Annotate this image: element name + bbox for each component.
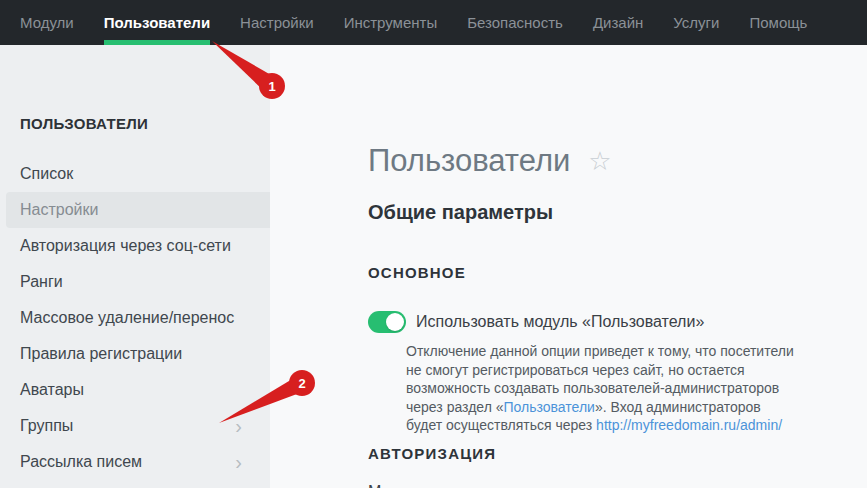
section-heading-basic: ОСНОВНОЕ bbox=[368, 264, 867, 281]
top-nav: Модули Пользователи Настройки Инструмент… bbox=[0, 0, 867, 45]
use-module-label: Использовать модуль «Пользователи» bbox=[416, 313, 704, 331]
sidebar-item-list[interactable]: Список bbox=[0, 156, 270, 192]
sidebar-item-ranks[interactable]: Ранги bbox=[0, 264, 270, 300]
sidebar: ПОЛЬЗОВАТЕЛИ Список Настройки Авторизаци… bbox=[0, 45, 270, 488]
nav-item-modules[interactable]: Модули bbox=[20, 0, 74, 45]
page-subtitle: Общие параметры bbox=[368, 200, 867, 224]
main-content: Пользователи ☆ Общие параметры ОСНОВНОЕ … bbox=[270, 45, 867, 488]
title-row: Пользователи ☆ bbox=[368, 142, 867, 180]
active-tab-underline bbox=[104, 40, 210, 45]
sidebar-item-social-auth[interactable]: Авторизация через соц-сети bbox=[0, 228, 270, 264]
nav-item-help[interactable]: Помощь bbox=[749, 0, 807, 45]
use-module-row: Использовать модуль «Пользователи» bbox=[368, 311, 867, 333]
page-title: Пользователи bbox=[368, 142, 570, 180]
sidebar-item-groups-label: Группы bbox=[20, 417, 73, 435]
sidebar-item-settings[interactable]: Настройки bbox=[6, 192, 270, 228]
toggle-knob bbox=[386, 313, 404, 331]
nav-item-services[interactable]: Услуги bbox=[673, 0, 719, 45]
nav-item-security[interactable]: Безопасность bbox=[467, 0, 563, 45]
users-section-link[interactable]: Пользователи bbox=[504, 399, 595, 415]
admin-url-link[interactable]: http://myfreedomain.ru/admin/ bbox=[596, 417, 782, 433]
app-body: ПОЛЬЗОВАТЕЛИ Список Настройки Авторизаци… bbox=[0, 45, 867, 488]
nav-item-design[interactable]: Дизайн bbox=[593, 0, 643, 45]
sidebar-item-groups[interactable]: Группы › bbox=[0, 408, 270, 444]
chevron-right-icon: › bbox=[235, 452, 242, 472]
sidebar-item-mailing-label: Рассылка писем bbox=[20, 453, 142, 471]
nav-item-users-label: Пользователи bbox=[104, 14, 210, 31]
method-label: Метод bbox=[368, 483, 867, 488]
use-module-toggle[interactable] bbox=[368, 311, 406, 333]
sidebar-item-mailing[interactable]: Рассылка писем › bbox=[0, 444, 270, 480]
sidebar-item-registration-rules[interactable]: Правила регистрации bbox=[0, 336, 270, 372]
nav-item-settings[interactable]: Настройки bbox=[240, 0, 314, 45]
chevron-right-icon: › bbox=[235, 416, 242, 436]
sidebar-item-avatars[interactable]: Аватары bbox=[0, 372, 270, 408]
nav-item-users[interactable]: Пользователи bbox=[104, 0, 210, 45]
section-heading-auth: АВТОРИЗАЦИЯ bbox=[368, 445, 867, 462]
sidebar-heading: ПОЛЬЗОВАТЕЛИ bbox=[0, 105, 270, 141]
favorite-star-icon[interactable]: ☆ bbox=[588, 148, 611, 174]
sidebar-item-mass-delete[interactable]: Массовое удаление/перенос bbox=[0, 300, 270, 336]
nav-item-tools[interactable]: Инструменты bbox=[344, 0, 438, 45]
module-description: Отключение данной опции приведет к тому,… bbox=[406, 342, 794, 435]
